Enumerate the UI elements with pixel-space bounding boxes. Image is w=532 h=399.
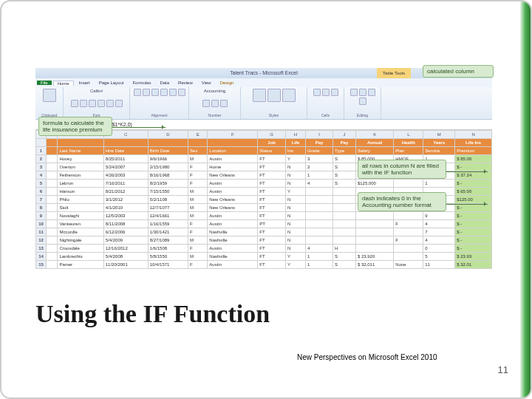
cell[interactable]: F [188,245,208,253]
cell[interactable]: $ 65.00 [455,188,492,196]
cell[interactable]: New Orleans [208,196,258,204]
column-header[interactable]: G [258,131,286,139]
cell[interactable] [47,180,58,188]
column-header[interactable]: I [305,131,332,139]
cell[interactable]: F [394,220,423,228]
cell[interactable]: Y [286,155,306,163]
cell[interactable]: M [188,204,208,212]
cell[interactable]: 3/1/2012 [103,196,148,204]
cell[interactable] [355,220,393,228]
cell[interactable]: 8/21/2012 [103,188,148,196]
cell[interactable]: S [333,163,356,171]
cell[interactable] [47,236,58,245]
cell[interactable]: 5/8/1550 [148,253,188,261]
cell[interactable]: $ - [455,236,492,245]
row-header[interactable]: 1 [36,147,47,155]
cell[interactable]: N [286,180,306,188]
cell[interactable] [305,236,332,245]
cell[interactable] [305,220,332,228]
row-header[interactable]: 12 [36,236,47,245]
cell[interactable] [47,171,58,180]
row-header[interactable]: 6 [36,188,47,196]
number-format-selector[interactable]: Accounting [204,89,226,93]
cell[interactable] [47,188,58,196]
align-middle-icon[interactable] [143,89,150,96]
cell[interactable]: $ - [455,245,492,253]
cell[interactable]: Fetherston [58,171,103,180]
align-left-icon[interactable] [160,89,168,96]
column-header[interactable]: J [333,131,356,139]
cell[interactable] [47,228,58,236]
cell[interactable]: 4 [305,180,332,188]
align-bottom-icon[interactable] [151,89,159,96]
cell[interactable]: 4 [305,245,332,253]
cell[interactable]: M [188,212,208,220]
cell[interactable] [47,212,58,220]
cell[interactable]: 2 [305,163,332,171]
row-header[interactable]: 4 [36,171,47,180]
cell[interactable]: New Orleans [208,171,258,180]
column-header[interactable]: L [394,131,423,139]
cell[interactable]: FT [258,196,286,204]
cell[interactable]: Home [208,163,258,171]
cell[interactable]: M [188,253,208,261]
cell[interactable]: 12/4/1661 [148,212,188,220]
cell[interactable]: Austin [208,261,258,269]
tab-insert[interactable]: Insert [75,81,94,85]
cell[interactable]: $125,000 [355,180,393,188]
cell[interactable]: S [333,155,356,163]
tab-formulas[interactable]: Formulas [129,81,154,85]
comma-icon[interactable] [220,100,228,107]
paste-icon[interactable] [43,89,56,102]
cell[interactable]: 4 [423,220,455,228]
cell[interactable]: Nightingale [58,236,103,245]
cell[interactable] [394,180,423,188]
cell[interactable] [305,204,332,212]
cell[interactable]: M [188,155,208,163]
column-header[interactable]: M [423,131,455,139]
cell[interactable] [305,228,332,236]
cell[interactable]: $ - [455,228,492,236]
font-name-selector[interactable]: Calibri [90,89,103,93]
row-header[interactable]: 2 [36,155,47,163]
cell[interactable]: PT [258,220,286,228]
cell[interactable]: 4/1/2010 [103,204,148,212]
font-color-icon[interactable] [115,100,123,107]
cell[interactable]: Vankeuren [58,220,103,228]
cell[interactable]: Novalaghi [58,212,103,220]
cell[interactable]: Austin [208,212,258,220]
cell[interactable]: 12/5/2003 [103,212,148,220]
cell[interactable]: 1 [305,253,332,261]
cell[interactable] [333,204,356,212]
cell[interactable]: H [333,245,356,253]
conditional-formatting-icon[interactable] [253,89,266,102]
cell[interactable]: 7/16/2011 [103,180,148,188]
row-header[interactable]: 9 [36,212,47,220]
cell[interactable]: 3 [305,155,332,163]
cell[interactable] [333,212,356,220]
row-header[interactable]: 3 [36,163,47,171]
row-header[interactable]: 15 [36,261,47,269]
cell[interactable]: 12/7/1077 [148,204,188,212]
cell[interactable]: 5/4/2008 [103,253,148,261]
cell[interactable]: Y [286,253,306,261]
column-header[interactable]: E [188,131,208,139]
cell[interactable]: $ 32.01 [455,261,492,269]
cell[interactable]: Y [286,188,306,196]
cell[interactable]: M [188,188,208,196]
cell[interactable] [305,188,332,196]
cell[interactable] [355,228,393,236]
cell[interactable]: $ 23.93 [455,253,492,261]
percent-icon[interactable] [211,100,219,107]
column-header[interactable]: N [455,131,492,139]
tab-design[interactable]: Design [216,81,238,85]
cell[interactable]: F [394,236,423,245]
cell[interactable]: N [286,245,306,253]
cell[interactable]: 9 [423,212,455,220]
cell[interactable]: 5 [423,253,455,261]
align-top-icon[interactable] [134,89,141,96]
cell[interactable]: N [286,220,306,228]
cell[interactable]: FT [258,261,286,269]
cell[interactable]: Lebrun [58,180,103,188]
cell[interactable]: $ - [455,220,492,228]
